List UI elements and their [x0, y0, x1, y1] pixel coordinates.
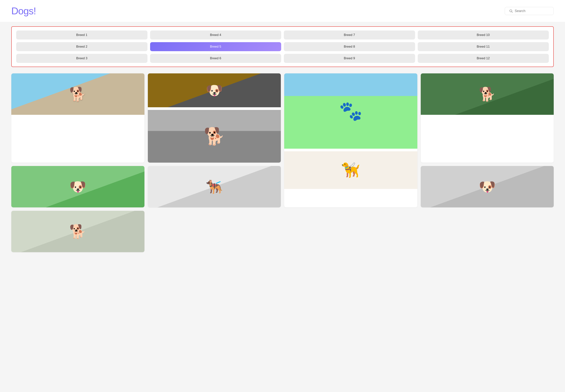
breed-button-breed-9[interactable]: Breed 9	[284, 54, 415, 63]
breed-button-breed-4[interactable]: Breed 4	[150, 30, 281, 40]
dog-card: 🐶	[11, 166, 145, 207]
dog-image: 🐕‍🦺	[148, 166, 281, 207]
gallery-grid: 🐕 🐶 🐕 🐾 🦮 🐕	[11, 73, 554, 252]
dog-image: 🐕	[148, 110, 281, 163]
dog-card: 🐶 🐕	[148, 73, 281, 163]
dog-image: 🦮	[284, 151, 417, 189]
breed-button-breed-12[interactable]: Breed 12	[418, 54, 549, 63]
breed-button-breed-3[interactable]: Breed 3	[16, 54, 147, 63]
breeds-grid: Breed 1Breed 4Breed 7Breed 10Breed 2Bree…	[16, 30, 549, 63]
dog-card: 🐕	[11, 73, 145, 163]
breed-button-breed-1[interactable]: Breed 1	[16, 30, 147, 40]
dog-image: 🐕	[421, 73, 554, 115]
breed-button-breed-6[interactable]: Breed 6	[150, 54, 281, 63]
breed-button-breed-7[interactable]: Breed 7	[284, 30, 415, 40]
search-input[interactable]	[515, 9, 549, 13]
dog-image: 🐕	[11, 73, 145, 115]
dog-image: 🐶	[148, 73, 281, 107]
breed-button-breed-2[interactable]: Breed 2	[16, 42, 147, 51]
dog-card: 🐕	[421, 73, 554, 163]
gallery-section: 🐕 🐶 🐕 🐾 🦮 🐕	[0, 71, 565, 260]
dog-card: 🐾 🦮	[284, 73, 417, 207]
breed-button-breed-5[interactable]: Breed 5	[150, 42, 281, 51]
breeds-filter-section: Breed 1Breed 4Breed 7Breed 10Breed 2Bree…	[11, 26, 554, 67]
breed-button-breed-8[interactable]: Breed 8	[284, 42, 415, 51]
search-icon	[509, 9, 513, 13]
breed-button-breed-11[interactable]: Breed 11	[418, 42, 549, 51]
breed-button-breed-10[interactable]: Breed 10	[418, 30, 549, 40]
page-header: Dogs!	[0, 0, 565, 22]
dog-card: 🐶	[421, 166, 554, 207]
dog-image: 🐶	[421, 166, 554, 207]
page-title: Dogs!	[11, 5, 36, 16]
dog-card: 🐕‍🦺	[148, 166, 281, 207]
svg-line-1	[512, 12, 513, 13]
dog-image: 🐕	[11, 211, 145, 252]
dog-card: 🐕	[11, 211, 145, 252]
dog-image: 🐶	[11, 166, 145, 207]
dog-image: 🐾	[284, 73, 417, 149]
search-box	[505, 7, 554, 15]
